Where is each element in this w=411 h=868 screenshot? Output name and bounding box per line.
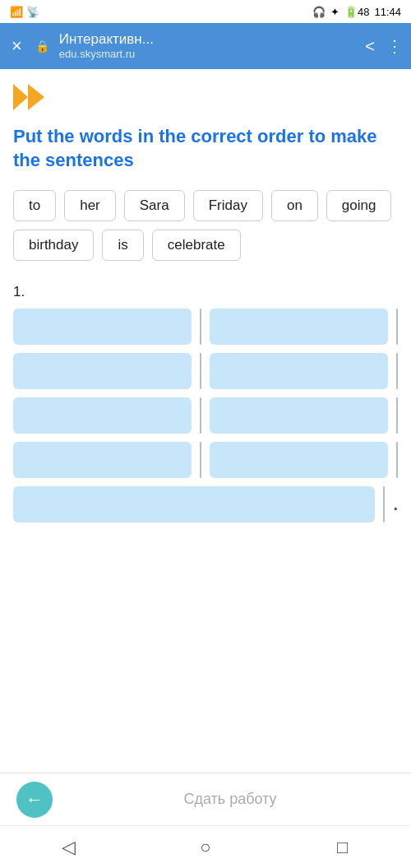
submit-label: Сдать работу	[66, 791, 395, 808]
back-button[interactable]: ←	[16, 782, 53, 818]
nav-recent-button[interactable]: □	[323, 828, 363, 867]
exercise-title: Put the words in the correct order to ma…	[13, 125, 398, 172]
word-chip-her[interactable]: her	[64, 190, 116, 221]
answer-divider-1	[200, 309, 201, 345]
answer-divider-2b	[396, 353, 398, 389]
battery-level: 48	[358, 6, 369, 18]
app-bar-title: Интерактивн...	[59, 31, 355, 48]
play-icon-wrap	[13, 84, 398, 114]
back-arrow-icon: ←	[25, 789, 44, 810]
android-nav-bar: ◁ ○ □	[0, 825, 411, 868]
answer-row-4	[13, 442, 398, 478]
word-chip-to[interactable]: to	[13, 190, 56, 221]
answer-divider-5	[383, 486, 385, 522]
answer-slot-3-2[interactable]	[210, 397, 388, 434]
answer-slot-1-2[interactable]	[210, 309, 388, 345]
word-chip-birthday[interactable]: birthday	[13, 230, 94, 261]
share-icon[interactable]: <	[365, 37, 375, 56]
answer-slot-2-1[interactable]	[13, 353, 192, 389]
word-bank: to her Sara Friday on going birthday is …	[13, 190, 398, 261]
more-options-icon[interactable]: ⋮	[386, 36, 403, 56]
nav-home-button[interactable]: ○	[186, 828, 225, 867]
word-chip-on[interactable]: on	[271, 190, 318, 221]
word-chip-friday[interactable]: Friday	[193, 190, 263, 221]
answer-grid: .	[13, 309, 398, 522]
play-logo-icon	[13, 84, 44, 110]
wifi-icon: 📡	[26, 6, 39, 18]
signal-icon: 📶	[10, 6, 23, 18]
lock-icon: 🔒	[35, 39, 49, 53]
answer-row-5: .	[13, 486, 398, 522]
sentence-end-dot: .	[393, 495, 398, 514]
word-chip-going[interactable]: going	[326, 190, 392, 221]
answer-divider-3b	[396, 397, 398, 434]
answer-slot-5-1[interactable]	[13, 486, 375, 522]
app-bar-subtitle: edu.skysmart.ru	[59, 48, 355, 61]
word-chip-sara[interactable]: Sara	[124, 190, 185, 221]
app-bar-actions: < ⋮	[365, 36, 403, 56]
answer-divider-2	[200, 353, 201, 389]
answer-slot-4-1[interactable]	[13, 442, 192, 478]
word-chip-celebrate[interactable]: celebrate	[152, 230, 241, 261]
status-left: 📶 📡	[10, 6, 39, 18]
answer-slot-4-2[interactable]	[210, 442, 388, 478]
answer-slot-1-1[interactable]	[13, 309, 192, 345]
status-bar: 📶 📡 🎧 ✦ 🔋48 11:44	[0, 0, 411, 23]
answer-divider-3	[200, 397, 201, 434]
svg-marker-0	[13, 84, 28, 110]
status-right: 🎧 ✦ 🔋48 11:44	[312, 6, 401, 18]
answer-divider-4b	[396, 442, 398, 478]
headphone-icon: 🎧	[312, 6, 326, 18]
answer-slot-2-2[interactable]	[210, 353, 388, 389]
word-chip-is[interactable]: is	[102, 230, 143, 261]
battery-icon: 🔋48	[344, 6, 369, 18]
answer-divider-1b	[396, 309, 398, 345]
answer-section: 1.	[13, 284, 398, 522]
answer-slot-3-1[interactable]	[13, 397, 192, 434]
answer-row-3	[13, 397, 398, 434]
bottom-bar: ← Сдать работу	[0, 773, 411, 825]
answer-row-2	[13, 353, 398, 389]
bluetooth-icon: ✦	[330, 6, 339, 18]
nav-back-button[interactable]: ◁	[48, 828, 88, 867]
content-area: Put the words in the correct order to ma…	[0, 69, 411, 773]
time-display: 11:44	[374, 6, 401, 18]
app-bar-title-block: Интерактивн... edu.skysmart.ru	[59, 31, 355, 61]
answer-row-1	[13, 309, 398, 345]
app-bar: × 🔒 Интерактивн... edu.skysmart.ru < ⋮	[0, 23, 411, 69]
svg-marker-1	[28, 84, 44, 110]
answer-divider-4	[200, 442, 201, 478]
answer-label: 1.	[13, 284, 398, 300]
close-button[interactable]: ×	[8, 32, 25, 60]
